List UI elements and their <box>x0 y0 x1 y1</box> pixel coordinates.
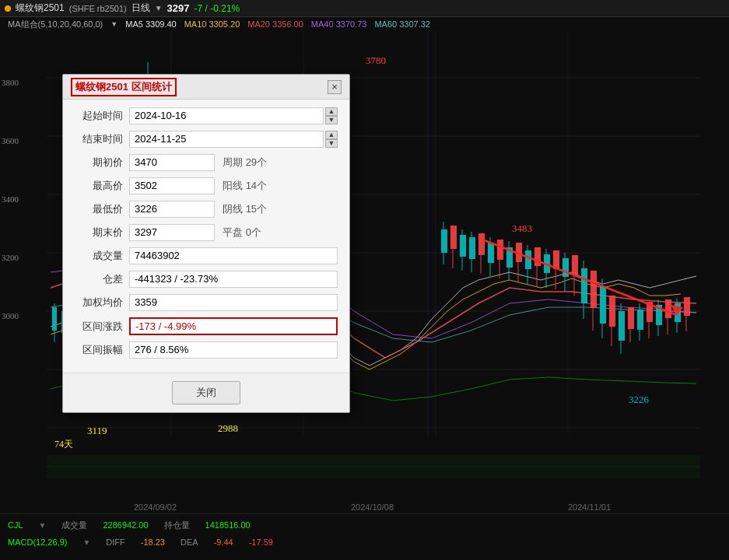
change-value: -173 / -4.99% <box>129 317 338 335</box>
volume-row: 成交量 74463902 <box>75 247 338 264</box>
volume-value: 74463902 <box>129 247 338 264</box>
high-price-label: 最高价 <box>75 179 129 193</box>
stats-dialog: 螺纹钢2501 区间统计 × 起始时间 2024-10-16 ▲ ▼ 结束时间 … <box>62 74 350 413</box>
open-price-row: 期初价 3470 周期 29个 <box>75 154 338 171</box>
volume-label: 成交量 <box>75 249 129 263</box>
end-time-row: 结束时间 2024-11-25 ▲ ▼ <box>75 131 338 148</box>
yin-label: 阴线 15个 <box>223 202 267 216</box>
dialog-title: 螺纹钢2501 区间统计 <box>71 78 177 96</box>
low-price-row: 最低价 3226 阴线 15个 <box>75 201 338 218</box>
dialog-close-button[interactable]: × <box>328 80 342 94</box>
avg-price-row: 加权均价 3359 <box>75 294 338 311</box>
flat-label: 平盘 0个 <box>223 226 261 240</box>
low-price-value: 3226 <box>129 201 215 218</box>
oi-row: 仓差 -441323 / -23.73% <box>75 271 338 288</box>
start-time-label: 起始时间 <box>75 109 129 123</box>
start-time-value[interactable]: 2024-10-16 <box>129 107 324 124</box>
close-dialog-button[interactable]: 关闭 <box>172 381 240 404</box>
avg-price-label: 加权均价 <box>75 296 129 310</box>
high-price-row: 最高价 3502 阳线 14个 <box>75 177 338 194</box>
spinner-up2[interactable]: ▲ <box>325 131 338 139</box>
dialog-body: 起始时间 2024-10-16 ▲ ▼ 结束时间 2024-11-25 ▲ ▼ … <box>63 100 349 373</box>
end-time-spinner[interactable]: ▲ ▼ <box>325 131 338 148</box>
range-label: 区间振幅 <box>75 343 129 357</box>
open-price-value: 3470 <box>129 154 215 171</box>
spinner-down[interactable]: ▼ <box>325 116 338 124</box>
spinner-down2[interactable]: ▼ <box>325 139 338 148</box>
high-price-value: 3502 <box>129 177 215 194</box>
oi-label: 仓差 <box>75 272 129 286</box>
open-price-label: 期初价 <box>75 156 129 170</box>
modal-overlay: 螺纹钢2501 区间统计 × 起始时间 2024-10-16 ▲ ▼ 结束时间 … <box>0 0 729 560</box>
close-price-row: 期末价 3297 平盘 0个 <box>75 224 338 241</box>
spinner-up[interactable]: ▲ <box>325 107 338 116</box>
oi-value: -441323 / -23.73% <box>129 271 338 288</box>
end-time-label: 结束时间 <box>75 132 129 146</box>
change-label: 区间涨跌 <box>75 320 129 334</box>
range-row: 区间振幅 276 / 8.56% <box>75 341 338 359</box>
avg-price-value: 3359 <box>129 294 338 311</box>
dialog-footer: 关闭 <box>63 373 349 412</box>
range-value: 276 / 8.56% <box>129 341 338 359</box>
end-time-value[interactable]: 2024-11-25 <box>129 131 324 148</box>
close-price-value: 3297 <box>129 224 215 241</box>
low-price-label: 最低价 <box>75 202 129 216</box>
period-label: 周期 29个 <box>223 156 267 170</box>
dialog-title-bar: 螺纹钢2501 区间统计 × <box>63 75 349 100</box>
yang-label: 阳线 14个 <box>223 179 267 193</box>
start-time-row: 起始时间 2024-10-16 ▲ ▼ <box>75 107 338 124</box>
start-time-spinner[interactable]: ▲ ▼ <box>325 107 338 124</box>
change-row: 区间涨跌 -173 / -4.99% <box>75 317 338 335</box>
close-price-label: 期末价 <box>75 226 129 240</box>
